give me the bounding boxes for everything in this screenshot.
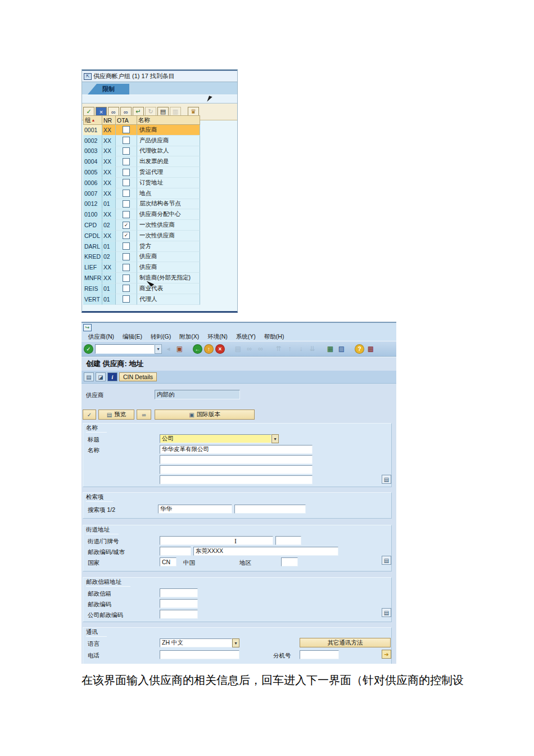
pobox-more-icon[interactable]: ▤ [382,608,391,617]
menu-item-6[interactable]: 系统(Y) [236,333,256,341]
account-group-row[interactable]: VERT01代理人 [83,294,200,305]
postal-code-field[interactable] [160,547,191,556]
display-address-button[interactable]: ∞ [137,410,151,420]
nr-cell: XX [102,188,116,199]
ota-checkbox[interactable] [123,137,130,144]
more-phone-icon[interactable]: ➔ [382,650,391,659]
window-menu-icon[interactable]: ⇱ [84,73,92,80]
title-dropdown-icon[interactable]: ▾ [271,434,279,443]
account-group-row[interactable]: CPD02✓一次性供应商 [83,220,200,231]
ota-checkbox[interactable] [123,169,130,176]
back-icon[interactable]: ← [193,344,202,354]
account-group-row[interactable]: MNFRXX制造商(外部无指定) [83,273,200,284]
change-icon[interactable]: ◪ [96,372,106,381]
ota-checkbox[interactable] [123,211,130,218]
header-name[interactable]: 名称 [137,115,200,125]
house-number-field[interactable] [275,536,301,545]
nr-cell: XX [102,136,116,146]
ota-cell [116,136,137,146]
company-postal-field[interactable] [160,610,198,619]
command-field[interactable]: ▾ [95,344,162,354]
account-group-row[interactable]: 0005XX货运代理 [83,167,200,178]
exit-icon[interactable]: ↑ [204,344,214,354]
ota-checkbox[interactable] [123,147,130,155]
header-ota[interactable]: OTA [116,115,137,125]
account-group-row[interactable]: DARL01贷方 [83,241,200,252]
customize-layout-icon[interactable]: ▩ [366,344,375,354]
ota-checkbox[interactable] [123,126,130,133]
ota-checkbox[interactable] [123,295,130,303]
ota-checkbox[interactable] [123,274,130,282]
vendor-field[interactable]: 内部的 [155,390,240,399]
help-icon[interactable]: ? [355,344,364,354]
copy-icon: ▣ [189,412,194,418]
ota-checkbox[interactable] [123,242,130,250]
pobox-postal-field[interactable] [160,599,198,608]
pobox-field[interactable] [160,588,198,597]
account-group-row[interactable]: CPDLXX✓一次性供应商 [83,231,200,241]
menu-item-1[interactable]: 供应商(N) [88,333,114,341]
menu-item-5[interactable]: 环境(N) [207,333,228,341]
city-field[interactable]: 东莞XXXX [193,547,338,556]
tab-restrictions[interactable]: 限制 [88,84,129,94]
phone-field[interactable] [160,650,239,659]
account-group-row[interactable]: KRED02供应商 [83,252,200,263]
language-combo[interactable]: ZH 中文 [160,638,232,647]
ota-checkbox[interactable] [123,253,130,260]
ota-checkbox[interactable] [123,200,130,208]
check-entries-button[interactable]: ✓ [83,410,96,420]
header-nr[interactable]: NR [102,115,116,125]
command-input[interactable] [95,344,155,354]
extension-field[interactable] [300,650,339,659]
ota-checkbox[interactable] [123,285,130,292]
cancel-icon[interactable]: × [215,344,225,354]
name-field-4[interactable] [160,475,313,484]
account-group-row[interactable]: 0001XX供应商 [83,125,200,136]
display-icon[interactable]: ▤ [84,372,94,381]
more-names-icon[interactable]: ▤ [382,475,391,484]
cin-details-button[interactable]: CIN Details [119,372,157,381]
name-field-1[interactable]: 华华皮革有限公司 [160,445,313,454]
ota-checkbox[interactable]: ✓ [123,222,130,229]
account-group-row[interactable]: 0100XX供应商分配中心 [83,209,200,220]
account-group-row[interactable]: 0004XX出发票的是 [83,156,200,167]
header-group[interactable]: 组▲ [83,115,102,125]
menu-item-4[interactable]: 附加(X) [179,333,199,341]
ota-checkbox[interactable] [123,158,130,165]
address-versions-icon[interactable]: ▤ [382,556,391,565]
ota-checkbox[interactable]: ✓ [123,232,130,239]
ota-checkbox[interactable] [123,179,130,186]
new-session-icon[interactable]: ▦ [325,344,335,354]
international-versions-button[interactable]: ▣ 国际版本 [155,410,255,420]
other-communication-button[interactable]: 其它通讯方法 [300,638,391,647]
group-cell: 0007 [83,188,102,199]
search-term-1-field[interactable]: 华华 [158,505,232,514]
system-menu-icon[interactable]: ↪ [83,324,92,331]
street-field[interactable]: I [160,536,273,545]
enter-icon[interactable]: ✓ [84,344,93,354]
menu-item-3[interactable]: 转到(G) [151,333,171,341]
language-dropdown-icon[interactable]: ▾ [232,638,239,647]
account-group-row[interactable]: LIEFXX供应商 [83,262,200,273]
account-group-row[interactable]: REIS01商业代表 [83,284,200,294]
name-field-2[interactable] [160,455,313,464]
menu-item-2[interactable]: 编辑(E) [123,333,142,341]
account-group-row[interactable]: 0002XX产品供应商 [83,136,200,146]
country-field[interactable]: CN [160,557,177,566]
name-field-3[interactable] [160,465,313,474]
account-group-row[interactable]: 0007XX地点 [83,188,200,199]
create-shortcut-icon[interactable]: ▨ [337,344,346,354]
account-group-row[interactable]: 0006XX订货地址 [83,178,200,188]
save-icon[interactable]: ▣ [175,344,184,354]
command-history-icon[interactable]: ▾ [155,344,162,354]
preview-button[interactable]: ▤ 预览 [98,410,134,420]
region-field[interactable] [281,557,298,566]
title-combo[interactable]: 公司 [160,434,271,443]
search-term-2-field[interactable] [234,505,306,514]
ota-checkbox[interactable] [123,190,130,197]
ota-checkbox[interactable] [123,264,130,271]
info-icon[interactable]: i [107,372,117,381]
account-group-row[interactable]: 0003XX代理收款人 [83,146,200,157]
account-group-row[interactable]: 001201层次结构各节点 [83,199,200,210]
menu-item-7[interactable]: 帮助(H) [264,333,284,341]
